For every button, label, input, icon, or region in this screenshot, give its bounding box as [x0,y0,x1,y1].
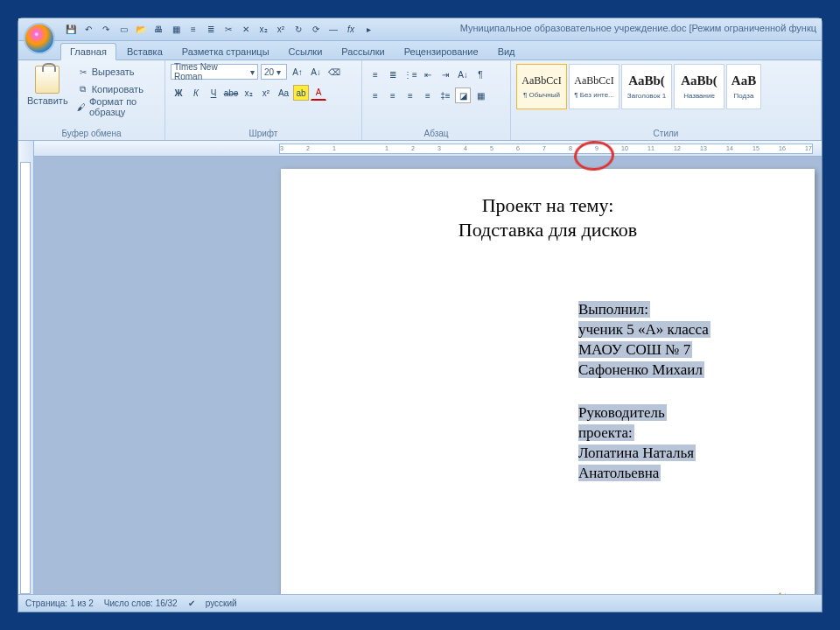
scissors-icon: ✂ [77,66,89,78]
justify-button[interactable]: ≡ [420,88,436,103]
clipboard-icon [35,66,60,94]
tab-page-layout[interactable]: Разметка страницы [173,44,278,60]
word-window: 💾 ↶ ↷ ▭ 📂 🖶 ▦ ≡ ≣ ✂ ✕ x₂ x² ↻ ⟳ — fx ▸ М… [18,18,822,612]
ribbon-tabs: Главная Вставка Разметка страницы Ссылки… [18,41,822,60]
status-lang[interactable]: русский [206,598,237,608]
bullets-button[interactable]: ≡ [368,66,383,82]
qat-redo2-icon[interactable]: ↻ [291,23,305,37]
line-spacing-button[interactable]: ‡≡ [438,88,453,103]
status-bar: Страница: 1 из 2 Число слов: 16/32 ✔ рус… [18,594,822,612]
italic-button[interactable]: К [188,85,204,101]
cut-label: Вырезать [92,66,135,77]
show-marks-button[interactable]: ¶ [472,66,488,82]
tab-view[interactable]: Вид [489,44,524,60]
sup-line2: проекта: [578,424,634,441]
font-name-select[interactable]: Times New Roman▾ [171,64,258,80]
group-clipboard-label: Буфер обмена [24,127,159,138]
cut-button[interactable]: ✂ Вырезать [77,64,159,80]
qat-minus-icon[interactable]: — [326,23,340,37]
bold-button[interactable]: Ж [171,85,186,101]
highlight-button[interactable]: ab [293,85,309,101]
tab-mailings[interactable]: Рассылки [332,44,393,60]
format-label: Формат по образцу [89,96,159,117]
qat-sub-icon[interactable]: x₂ [256,23,270,37]
align-center-button[interactable]: ≡ [385,88,401,103]
align-right-button[interactable]: ≡ [402,88,418,103]
group-styles-label: Стили [516,127,816,138]
subscript-button[interactable]: x₂ [241,85,256,101]
shading-button[interactable]: ◪ [455,88,471,103]
font-size-select[interactable]: 20▾ [261,64,287,80]
qat-table-icon[interactable]: ▦ [169,23,183,37]
qat-open-icon[interactable]: 📂 [134,23,148,37]
office-button[interactable] [24,23,55,54]
grow-font-button[interactable]: A↑ [290,64,305,80]
status-proof-icon[interactable]: ✔ [188,598,195,608]
style-title[interactable]: AaBb( Название [674,64,724,109]
author-line2: ученик 5 «А» класса [578,321,710,338]
font-name-value: Times New Roman [174,62,248,81]
tab-references[interactable]: Ссылки [280,44,332,60]
group-paragraph: ≡ ≣ ⋮≡ ⇤ ⇥ A↓ ¶ ≡ ≡ ≡ ≡ ‡≡ ◪ ▦ [362,60,511,140]
group-paragraph-label: Абзац [368,127,505,138]
qat-align-icon[interactable]: ≡ [186,23,200,37]
group-font: Times New Roman▾ 20▾ A↑ A↓ ⌫ Ж К Ч abe x… [165,60,362,140]
indent-button[interactable]: ⇥ [438,66,453,82]
sup-line3: Лопатина Наталья [578,444,696,461]
clear-format-button[interactable]: ⌫ [326,64,342,80]
qat-refresh-icon[interactable]: ⟳ [309,23,323,37]
qat-save-icon[interactable]: 💾 [64,23,78,37]
align-left-button[interactable]: ≡ [368,88,383,103]
author-block: Выполнил: ученик 5 «А» класса МАОУ СОШ №… [578,300,710,381]
doc-title-line2: Подставка для дисков [323,218,773,242]
outdent-button[interactable]: ⇤ [420,66,436,82]
style-normal[interactable]: AaBbCcI ¶ Обычный [516,64,567,109]
qat-new-icon[interactable]: ▭ [116,23,130,37]
style-heading1[interactable]: AaBb( Заголовок 1 [621,64,672,109]
author-line1: Выполнил: [578,301,650,318]
quick-access-toolbar: 💾 ↶ ↷ ▭ 📂 🖶 ▦ ≡ ≣ ✂ ✕ x₂ x² ↻ ⟳ — fx ▸ [64,23,375,37]
qat-play-icon[interactable]: ▸ [361,23,375,37]
numbering-button[interactable]: ≣ [385,66,401,82]
supervisor-block: Руководитель проекта: Лопатина Наталья А… [578,403,696,484]
status-page[interactable]: Страница: 1 из 2 [25,598,94,608]
format-painter-button[interactable]: 🖌 Формат по образцу [77,99,159,115]
tab-insert[interactable]: Вставка [118,44,172,60]
qat-close-icon[interactable]: ✕ [239,23,253,37]
qat-list-icon[interactable]: ≣ [204,23,218,37]
sup-line1: Руководитель [578,404,667,421]
sort-button[interactable]: A↓ [455,66,471,82]
tab-review[interactable]: Рецензирование [396,44,487,60]
qat-fx-icon[interactable]: fx [344,23,358,37]
borders-button[interactable]: ▦ [472,88,488,103]
qat-undo-icon[interactable]: ↶ [81,23,95,37]
copy-button[interactable]: ⧉ Копировать [77,81,159,97]
qat-redo-icon[interactable]: ↷ [99,23,113,37]
document-canvas[interactable]: Проект на тему: Подставка для дисков Вып… [34,157,822,594]
strike-button[interactable]: abe [223,85,239,101]
horizontal-ruler[interactable]: 3211234567891011121314151617 [34,141,822,157]
tab-home[interactable]: Главная [60,43,116,60]
shrink-font-button[interactable]: A↓ [308,64,324,80]
font-size-value: 20 [264,67,274,77]
document-area: ∟ 3211234567891011121314151617 Проект на… [18,141,822,594]
paste-button[interactable]: Вставить [24,64,72,115]
window-title: Муниципальное образовательное учреждение… [460,23,816,33]
font-color-button[interactable]: A [311,85,326,101]
change-case-button[interactable]: Aa [276,85,291,101]
underline-button[interactable]: Ч [206,85,221,101]
page[interactable]: Проект на тему: Подставка для дисков Вып… [281,169,815,594]
author-line4: Сафоненко Михаил [578,361,704,378]
style-no-spacing[interactable]: AaBbCcI ¶ Без инте... [569,64,620,109]
qat-print-icon[interactable]: 🖶 [151,23,165,37]
superscript-button[interactable]: x² [258,85,274,101]
sup-line4: Анатольевна [578,465,661,481]
paste-label: Вставить [27,95,68,106]
speaker-icon[interactable] [771,589,790,594]
qat-sup-icon[interactable]: x² [274,23,288,37]
vertical-ruler[interactable] [18,141,34,594]
status-words[interactable]: Число слов: 16/32 [104,598,178,608]
multilevel-button[interactable]: ⋮≡ [402,66,418,82]
qat-cut-icon[interactable]: ✂ [221,23,235,37]
style-subtitle[interactable]: AaB Подза [726,64,761,109]
